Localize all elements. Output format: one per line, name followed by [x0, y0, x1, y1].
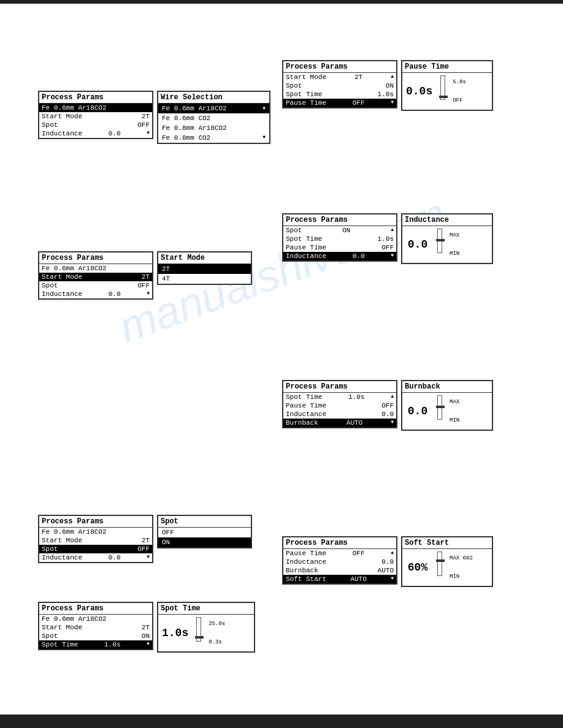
pause-time-slider[interactable] [436, 75, 450, 107]
pp8-row-3[interactable]: Spot Time 1.0s ▼ [39, 640, 152, 649]
pp1-row-1[interactable]: Start Mode 2T [39, 112, 152, 121]
process-params-panel-6: Process Params Fe 0.6mm Ar18CO2 Start Mo… [38, 515, 153, 563]
slider-track [437, 552, 442, 576]
arrow-up-icon: ▲ [391, 227, 394, 234]
slider-track [440, 75, 445, 100]
soft-start-panel: Soft Start 60% MAX 602 MIN [401, 536, 493, 587]
pp5-row-2[interactable]: Inductance 0.0 [283, 410, 396, 419]
pp8-row-1[interactable]: Start Mode 2T [39, 623, 152, 632]
pp5-row-1[interactable]: Pause Time OFF [283, 401, 396, 410]
pp4-row-0[interactable]: Fe 0.6mm Ar18CO2 [39, 264, 152, 273]
slider-thumb [436, 406, 445, 408]
slider-thumb [436, 559, 445, 562]
start-mode-panel: Start Mode 2T 4T [157, 251, 252, 285]
process-params-panel-1: Process Params Fe 0.6mm Ar18CO2 Start Mo… [38, 91, 153, 139]
spot-time-slider[interactable] [192, 617, 205, 649]
max-label: MAX [450, 232, 459, 238]
spot-title: Spot [158, 516, 251, 528]
burnback-slider[interactable] [433, 395, 446, 427]
arrow-up-icon: ▲ [391, 550, 394, 557]
start-mode-item-0[interactable]: 2T [158, 264, 251, 274]
pp2-row-1[interactable]: Spot ON [283, 82, 396, 90]
pp8-row-2[interactable]: Spot ON [39, 632, 152, 640]
spot-item-0[interactable]: OFF [158, 528, 251, 537]
soft-start-value: 60% [406, 561, 429, 574]
pp7-row-3[interactable]: Soft Start AUTO ▼ [283, 575, 396, 583]
pp6-row-1[interactable]: Start Mode 2T [39, 536, 152, 545]
pp6-row-3[interactable]: Inductance 0.0 ▼ [39, 553, 152, 562]
start-mode-item-1[interactable]: 4T [158, 274, 251, 284]
spot-time-panel: Spot Time 1.0s 25.0s 0.3s [157, 602, 255, 653]
burnback-slider-group: MAX MIN [433, 395, 459, 427]
pp6-row-2[interactable]: Spot OFF [39, 545, 152, 553]
arrow-down-icon: ▼ [391, 99, 394, 107]
burnback-panel: Burnback 0.0 MAX MIN [401, 380, 493, 431]
pp7-row-0[interactable]: Pause Time OFF ▲ [283, 549, 396, 558]
slider-labels: MAX MIN [450, 399, 459, 423]
inductance-value: 0.0 [406, 238, 429, 251]
process-params-panel-5: Process Params Spot Time 1.0s ▲ Pause Ti… [282, 380, 397, 428]
spot-time-body: 1.0s 25.0s 0.3s [158, 615, 254, 651]
soft-start-slider[interactable] [433, 552, 446, 583]
pp6-row-0[interactable]: Fe 0.6mm Ar18CO2 [39, 528, 152, 536]
min-label: MIN [450, 417, 459, 423]
max-label: 5.0s [453, 79, 466, 85]
soft-start-body: 60% MAX 602 MIN [402, 549, 492, 586]
burnback-body: 0.0 MAX MIN [402, 393, 492, 430]
pp2-row-2[interactable]: Spot Time 1.0s [283, 90, 396, 99]
slider-labels: MAX 602 MIN [450, 555, 473, 580]
process-params-panel-4: Process Params Fe 0.6mm Ar18CO2 Start Mo… [38, 251, 153, 300]
soft-start-slider-group: MAX 602 MIN [433, 552, 473, 583]
pp5-row-3[interactable]: Burnback AUTO ▼ [283, 419, 396, 427]
max-label: MAX 602 [450, 555, 473, 561]
pp3-row-2[interactable]: Pause Time OFF [283, 243, 396, 252]
process-params-panel-3: Process Params Spot ON ▲ Spot Time 1.0s … [282, 213, 397, 262]
slider-track [437, 229, 442, 253]
pp2-title: Process Params [283, 61, 396, 73]
pp7-row-2[interactable]: Burnback AUTO [283, 566, 396, 575]
pp3-row-1[interactable]: Spot Time 1.0s [283, 235, 396, 243]
arrow-up-icon: ▲ [391, 74, 394, 81]
slider-thumb [436, 239, 445, 241]
pp4-row-2[interactable]: Spot OFF [39, 281, 152, 290]
inductance-slider[interactable] [433, 229, 446, 260]
wire-item-1[interactable]: Fe 0.6mm CO2 [158, 113, 269, 123]
min-label: 0.3s [209, 639, 225, 645]
arrow-down-icon: ▼ [391, 252, 394, 260]
min-label: OFF [453, 97, 466, 104]
spot-time-value: 1.0s [162, 627, 188, 639]
burnback-value: 0.0 [406, 405, 429, 417]
arrow-down-icon: ▼ [391, 419, 394, 427]
slider-thumb [439, 96, 448, 98]
pp2-row-3[interactable]: Pause Time OFF ▼ [283, 99, 396, 107]
arrow-down-icon: ▼ [147, 641, 150, 648]
pp3-row-0[interactable]: Spot ON ▲ [283, 226, 396, 235]
pp8-row-0[interactable]: Fe 0.6mm Ar18CO2 [39, 615, 152, 623]
pause-time-panel: Pause Time 0.0s 5.0s OFF [401, 60, 493, 111]
soft-start-title: Soft Start [402, 537, 492, 549]
pp7-row-1[interactable]: Inductance 0.0 [283, 558, 396, 566]
pp2-row-0[interactable]: Start Mode 2T ▲ [283, 73, 396, 82]
arrow-down-icon: ▼ [262, 134, 266, 142]
pp8-title: Process Params [39, 603, 152, 615]
pause-time-value: 0.0s [406, 85, 432, 97]
pp4-row-3[interactable]: Inductance 0.0 ▼ [39, 290, 152, 298]
arrow-right-icon: ▲ [262, 105, 266, 112]
pp1-row-3[interactable]: Inductance 0.0 ▼ [39, 129, 152, 138]
pp4-row-1[interactable]: Start Mode 2T [39, 273, 152, 281]
slider-track [437, 395, 442, 420]
pp1-row-2[interactable]: Spot OFF [39, 121, 152, 129]
wire-item-3[interactable]: Fe 0.8mm CO2 ▼ [158, 133, 269, 143]
pp5-row-0[interactable]: Spot Time 1.0s ▲ [283, 393, 396, 401]
min-label: MIN [450, 574, 473, 580]
pp3-row-3[interactable]: Inductance 0.0 ▼ [283, 252, 396, 260]
arrow-up-icon: ▲ [391, 393, 394, 401]
wire-item-2[interactable]: Fe 0.8mm Ar18CO2 [158, 123, 269, 133]
min-label: MIN [450, 251, 459, 257]
wire-item-0[interactable]: Fe 0.6mm Ar18CO2 ▲ [158, 104, 269, 113]
wire-selection-title: Wire Selection [158, 92, 269, 104]
spot-item-1[interactable]: ON [158, 537, 251, 547]
pp1-row-0[interactable]: Fe 0.6mm Ar18CO2 [39, 104, 152, 112]
wire-selection-panel: Wire Selection Fe 0.6mm Ar18CO2 ▲ Fe 0.6… [157, 91, 270, 144]
arrow-down-icon: ▼ [147, 554, 150, 561]
